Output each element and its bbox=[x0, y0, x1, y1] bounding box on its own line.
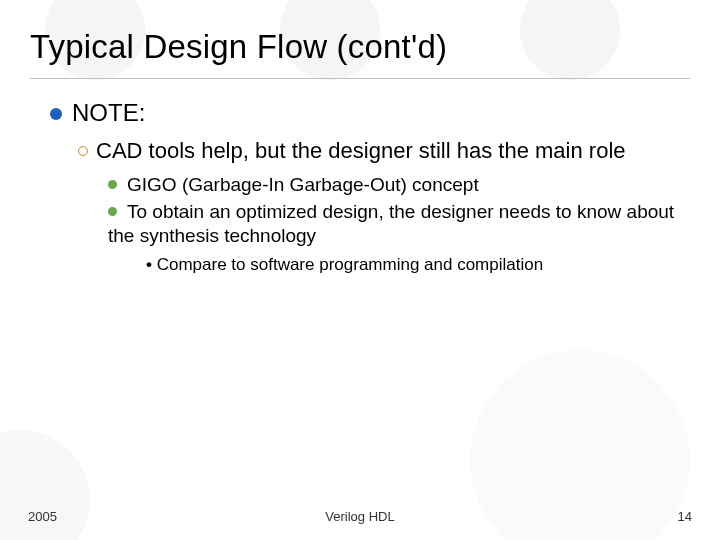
bullet-text: CAD tools help, but the designer still h… bbox=[96, 138, 626, 163]
bullet-text: NOTE: bbox=[72, 99, 145, 126]
bullet-level1: NOTE: bbox=[50, 99, 690, 127]
bullet-level3: To obtain an optimized design, the desig… bbox=[108, 200, 690, 248]
footer-year: 2005 bbox=[28, 509, 57, 524]
slide: Typical Design Flow (cont'd) NOTE: CAD t… bbox=[0, 0, 720, 540]
slide-footer: 2005 Verilog HDL 14 bbox=[0, 509, 720, 524]
footer-center: Verilog HDL bbox=[325, 509, 394, 524]
bullet-level2: CAD tools help, but the designer still h… bbox=[78, 137, 690, 165]
bullet-icon bbox=[108, 207, 117, 216]
bullet-text: GIGO (Garbage-In Garbage-Out) concept bbox=[127, 174, 479, 195]
slide-body: NOTE: CAD tools help, but the designer s… bbox=[0, 79, 720, 276]
bullet-icon bbox=[78, 146, 88, 156]
bullet-icon bbox=[108, 180, 117, 189]
bullet-icon bbox=[50, 108, 62, 120]
slide-title: Typical Design Flow (cont'd) bbox=[0, 0, 720, 74]
bullet-text: To obtain an optimized design, the desig… bbox=[108, 201, 674, 246]
footer-page-number: 14 bbox=[678, 509, 692, 524]
bullet-text: Compare to software programming and comp… bbox=[157, 255, 543, 274]
bullet-level3: GIGO (Garbage-In Garbage-Out) concept bbox=[108, 173, 690, 197]
bullet-level4: Compare to software programming and comp… bbox=[146, 254, 690, 276]
